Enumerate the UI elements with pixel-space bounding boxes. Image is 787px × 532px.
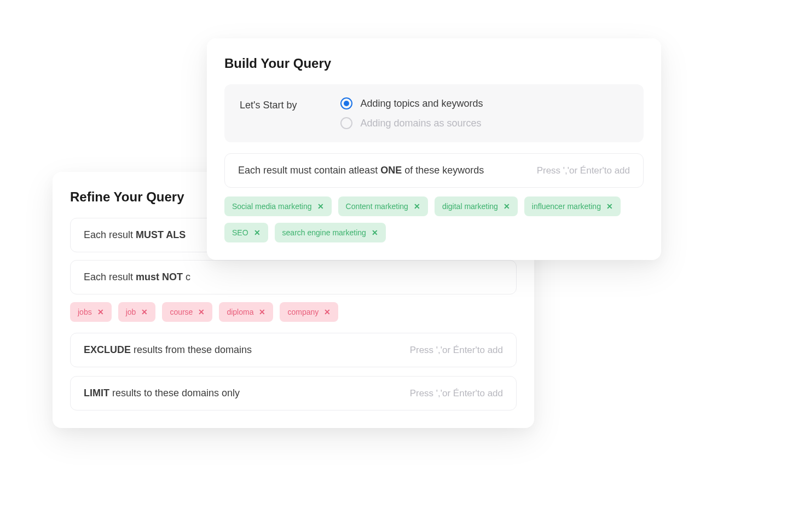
close-icon[interactable]: ✕ <box>198 308 205 316</box>
close-icon[interactable]: ✕ <box>372 229 378 236</box>
must-not-row[interactable]: Each result must NOT c <box>70 260 517 294</box>
radio-icon <box>340 97 352 109</box>
radio-label: Adding topics and keywords <box>360 98 483 109</box>
tag-not-item[interactable]: diploma✕ <box>219 302 273 322</box>
close-icon[interactable]: ✕ <box>324 308 331 316</box>
tag-not-item[interactable]: course✕ <box>162 302 212 322</box>
must-also-label: Each result MUST ALS <box>84 229 186 241</box>
start-by-panel: Let's Start by Adding topics and keyword… <box>224 84 644 142</box>
radio-label: Adding domains as sources <box>360 118 481 129</box>
keyword-tags: Social media marketing✕ Content marketin… <box>224 196 644 242</box>
exclude-label: EXCLUDE results from these domains <box>84 344 252 356</box>
must-not-label: Each result must NOT c <box>84 271 190 283</box>
tag-not-item[interactable]: jobs✕ <box>70 302 112 322</box>
close-icon[interactable]: ✕ <box>606 203 613 210</box>
limit-placeholder: Press ','or Énter'to add <box>410 388 503 399</box>
build-title: Build Your Query <box>224 56 644 71</box>
keywords-label: Each result must contain atleast ONE of … <box>238 165 484 176</box>
must-not-tags: jobs✕ job✕ course✕ diploma✕ company✕ <box>70 302 517 322</box>
limit-label: LIMIT results to these domains only <box>84 388 240 399</box>
radio-domains-sources[interactable]: Adding domains as sources <box>340 117 483 129</box>
close-icon[interactable]: ✕ <box>259 308 265 316</box>
close-icon[interactable]: ✕ <box>414 203 420 210</box>
keywords-placeholder: Press ','or Énter'to add <box>537 165 630 176</box>
tag-keyword-item[interactable]: search engine marketing✕ <box>275 223 386 242</box>
keywords-input-row[interactable]: Each result must contain atleast ONE of … <box>224 153 644 188</box>
close-icon[interactable]: ✕ <box>254 229 261 236</box>
close-icon[interactable]: ✕ <box>141 308 148 316</box>
tag-not-item[interactable]: company✕ <box>280 302 338 322</box>
tag-keyword-item[interactable]: Content marketing✕ <box>338 196 428 216</box>
tag-keyword-item[interactable]: Social media marketing✕ <box>224 196 332 216</box>
close-icon[interactable]: ✕ <box>97 308 104 316</box>
tag-keyword-item[interactable]: SEO✕ <box>224 223 268 242</box>
close-icon[interactable]: ✕ <box>317 203 324 210</box>
start-by-label: Let's Start by <box>240 97 297 111</box>
radio-topics-keywords[interactable]: Adding topics and keywords <box>340 97 483 109</box>
tag-keyword-item[interactable]: digital marketing✕ <box>435 196 518 216</box>
start-radio-group: Adding topics and keywords Adding domain… <box>340 97 483 129</box>
exclude-placeholder: Press ','or Énter'to add <box>410 345 503 356</box>
build-query-card: Build Your Query Let's Start by Adding t… <box>207 38 661 260</box>
radio-icon <box>340 117 352 129</box>
limit-domains-row[interactable]: LIMIT results to these domains only Pres… <box>70 376 517 410</box>
tag-not-item[interactable]: job✕ <box>118 302 156 322</box>
close-icon[interactable]: ✕ <box>504 203 510 210</box>
exclude-domains-row[interactable]: EXCLUDE results from these domains Press… <box>70 333 517 367</box>
tag-keyword-item[interactable]: influencer marketing✕ <box>524 196 621 216</box>
